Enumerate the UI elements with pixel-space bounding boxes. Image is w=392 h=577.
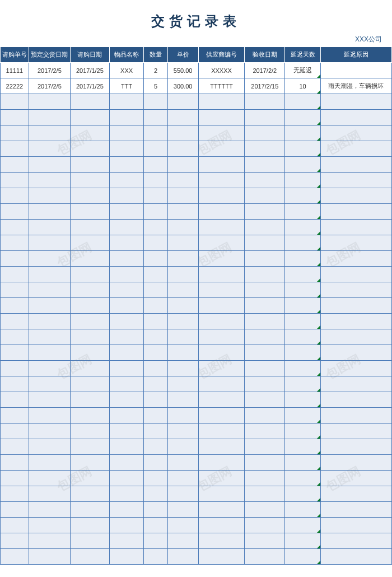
cell-empty[interactable] xyxy=(245,329,285,345)
cell-empty[interactable] xyxy=(285,188,321,204)
cell-empty[interactable] xyxy=(245,361,285,376)
cell-empty[interactable] xyxy=(109,141,143,157)
cell-empty[interactable] xyxy=(198,314,245,329)
cell-empty[interactable] xyxy=(167,282,198,298)
cell-empty[interactable] xyxy=(29,157,70,173)
cell-empty[interactable] xyxy=(109,533,143,549)
cell-empty[interactable] xyxy=(144,314,167,329)
cell-empty[interactable] xyxy=(144,220,167,235)
cell-empty[interactable] xyxy=(198,502,245,518)
cell-empty[interactable] xyxy=(245,533,285,549)
cell-empty[interactable] xyxy=(29,376,70,392)
cell-empty[interactable] xyxy=(1,110,29,125)
cell-empty[interactable] xyxy=(109,361,143,376)
cell-empty[interactable] xyxy=(144,110,167,125)
cell-empty[interactable] xyxy=(109,204,143,220)
cell-empty[interactable] xyxy=(167,502,198,518)
cell-empty[interactable] xyxy=(320,408,391,424)
cell-empty[interactable] xyxy=(320,533,391,549)
cell-empty[interactable] xyxy=(70,455,109,471)
cell-delay_reason[interactable] xyxy=(320,63,391,78)
cell-accept_date[interactable]: 2017/2/15 xyxy=(245,78,285,94)
cell-empty[interactable] xyxy=(70,439,109,455)
cell-empty[interactable] xyxy=(29,392,70,408)
cell-empty[interactable] xyxy=(167,188,198,204)
cell-empty[interactable] xyxy=(245,282,285,298)
cell-empty[interactable] xyxy=(144,392,167,408)
cell-empty[interactable] xyxy=(70,314,109,329)
cell-empty[interactable] xyxy=(167,518,198,533)
cell-empty[interactable] xyxy=(320,439,391,455)
cell-empty[interactable] xyxy=(144,455,167,471)
cell-empty[interactable] xyxy=(245,267,285,282)
cell-empty[interactable] xyxy=(245,502,285,518)
cell-empty[interactable] xyxy=(245,518,285,533)
cell-empty[interactable] xyxy=(198,125,245,141)
cell-empty[interactable] xyxy=(1,471,29,486)
cell-empty[interactable] xyxy=(29,455,70,471)
cell-empty[interactable] xyxy=(167,267,198,282)
cell-empty[interactable] xyxy=(109,235,143,251)
cell-empty[interactable] xyxy=(29,314,70,329)
cell-empty[interactable] xyxy=(167,486,198,502)
cell-empty[interactable] xyxy=(167,345,198,361)
cell-empty[interactable] xyxy=(70,157,109,173)
cell-empty[interactable] xyxy=(245,455,285,471)
cell-empty[interactable] xyxy=(70,141,109,157)
cell-empty[interactable] xyxy=(144,267,167,282)
cell-empty[interactable] xyxy=(320,518,391,533)
cell-empty[interactable] xyxy=(109,298,143,314)
cell-empty[interactable] xyxy=(144,204,167,220)
cell-empty[interactable] xyxy=(29,173,70,188)
cell-empty[interactable] xyxy=(320,251,391,267)
cell-empty[interactable] xyxy=(198,298,245,314)
cell-empty[interactable] xyxy=(70,549,109,565)
cell-empty[interactable] xyxy=(1,424,29,439)
cell-empty[interactable] xyxy=(109,188,143,204)
cell-empty[interactable] xyxy=(1,455,29,471)
cell-delay_reason[interactable]: 雨天潮湿，车辆损坏 xyxy=(320,78,391,94)
cell-empty[interactable] xyxy=(144,376,167,392)
cell-empty[interactable] xyxy=(109,220,143,235)
cell-empty[interactable] xyxy=(245,376,285,392)
cell-empty[interactable] xyxy=(245,251,285,267)
cell-empty[interactable] xyxy=(245,298,285,314)
cell-empty[interactable] xyxy=(70,298,109,314)
cell-empty[interactable] xyxy=(285,125,321,141)
cell-empty[interactable] xyxy=(70,282,109,298)
cell-empty[interactable] xyxy=(70,235,109,251)
cell-empty[interactable] xyxy=(285,392,321,408)
cell-empty[interactable] xyxy=(320,282,391,298)
cell-empty[interactable] xyxy=(109,471,143,486)
cell-empty[interactable] xyxy=(144,518,167,533)
cell-empty[interactable] xyxy=(285,94,321,110)
cell-empty[interactable] xyxy=(285,173,321,188)
cell-order_no[interactable]: 11111 xyxy=(1,63,29,78)
cell-empty[interactable] xyxy=(245,204,285,220)
cell-empty[interactable] xyxy=(285,110,321,125)
cell-empty[interactable] xyxy=(109,376,143,392)
cell-empty[interactable] xyxy=(285,486,321,502)
cell-empty[interactable] xyxy=(1,157,29,173)
cell-empty[interactable] xyxy=(285,220,321,235)
cell-empty[interactable] xyxy=(285,314,321,329)
cell-empty[interactable] xyxy=(29,220,70,235)
cell-empty[interactable] xyxy=(320,455,391,471)
cell-empty[interactable] xyxy=(320,94,391,110)
cell-supplier_no[interactable]: TTTTTT xyxy=(198,78,245,94)
cell-empty[interactable] xyxy=(1,314,29,329)
cell-empty[interactable] xyxy=(1,282,29,298)
cell-empty[interactable] xyxy=(109,392,143,408)
cell-empty[interactable] xyxy=(245,94,285,110)
cell-empty[interactable] xyxy=(109,439,143,455)
cell-empty[interactable] xyxy=(109,486,143,502)
cell-empty[interactable] xyxy=(109,110,143,125)
cell-empty[interactable] xyxy=(109,424,143,439)
cell-empty[interactable] xyxy=(70,204,109,220)
cell-empty[interactable] xyxy=(285,455,321,471)
cell-empty[interactable] xyxy=(29,110,70,125)
cell-empty[interactable] xyxy=(198,141,245,157)
cell-empty[interactable] xyxy=(1,361,29,376)
cell-empty[interactable] xyxy=(167,110,198,125)
cell-empty[interactable] xyxy=(1,94,29,110)
